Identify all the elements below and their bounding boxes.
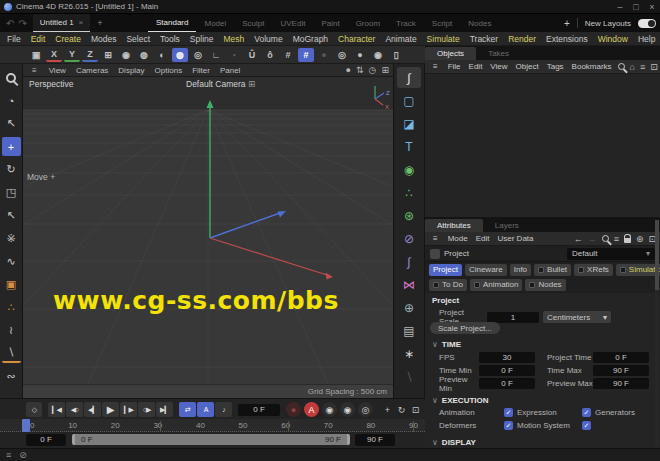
- brush-tool[interactable]: ≀: [2, 321, 21, 340]
- checkbox-checked[interactable]: ✓: [582, 421, 591, 430]
- attr-tab-project[interactable]: Project: [429, 264, 462, 276]
- sketch-tool[interactable]: ∾: [2, 367, 21, 386]
- attr-hamburger-icon[interactable]: ≡: [429, 232, 442, 246]
- forward-icon[interactable]: →: [588, 234, 597, 244]
- line-cut-tool[interactable]: ∖: [2, 344, 21, 363]
- collapse-icon[interactable]: ∨: [432, 438, 438, 447]
- attr-tab-nodes[interactable]: Nodes: [525, 279, 565, 291]
- back-icon[interactable]: ←: [574, 234, 583, 244]
- layout-paint[interactable]: Paint: [313, 14, 347, 32]
- scatter-tool[interactable]: ∴: [2, 298, 21, 317]
- layout-nodes[interactable]: Nodes: [460, 14, 499, 32]
- texture-mode-button[interactable]: ◐: [154, 48, 170, 62]
- sync-view-icon[interactable]: ⇅: [356, 65, 364, 75]
- current-frame-input[interactable]: 0 F: [238, 404, 280, 416]
- render-picture-viewer-button[interactable]: ◉: [370, 48, 386, 62]
- filter-icon[interactable]: ≡: [614, 234, 619, 244]
- workplane-button[interactable]: #: [280, 48, 296, 62]
- preview-range-slider[interactable]: 0 F 90 F: [72, 434, 350, 445]
- animation-mode-button[interactable]: ◎: [190, 48, 206, 62]
- menu-tracker[interactable]: Tracker: [465, 32, 504, 46]
- menu-edit[interactable]: Edit: [26, 32, 51, 46]
- snap-disabled-icon[interactable]: ●: [316, 48, 332, 62]
- menu-help[interactable]: Help: [633, 32, 660, 46]
- viewport-view-label[interactable]: Perspective: [29, 79, 73, 89]
- vp-menu-view[interactable]: View: [44, 66, 71, 75]
- search-icon[interactable]: [602, 235, 609, 242]
- enable-checkbox[interactable]: [538, 267, 544, 273]
- history-icon[interactable]: ⊛: [636, 234, 644, 244]
- vp-menu-display[interactable]: Display: [113, 66, 149, 75]
- plane-cut-tool[interactable]: ▣: [2, 275, 21, 294]
- snap-settings-button[interactable]: ◎: [334, 48, 350, 62]
- time-input[interactable]: 30: [479, 352, 535, 363]
- scrollbar[interactable]: [655, 220, 659, 446]
- render-time-icon[interactable]: ◷: [369, 65, 377, 75]
- vp-menu-cameras[interactable]: Cameras: [71, 66, 113, 75]
- maximize-button[interactable]: □: [628, 0, 644, 14]
- enable-checkbox[interactable]: [529, 282, 535, 288]
- prev-frame-button[interactable]: ◀▎: [84, 402, 101, 417]
- add-layout-button[interactable]: +: [564, 18, 570, 29]
- undo-icon[interactable]: ↶: [6, 18, 14, 29]
- object-list[interactable]: [425, 74, 660, 218]
- record-position-button[interactable]: +: [381, 402, 394, 417]
- layout-uvedit[interactable]: UVEdit: [273, 14, 314, 32]
- attr-tab-todo[interactable]: To Do: [429, 279, 467, 291]
- attr-tab-xrefs[interactable]: XRefs: [574, 264, 613, 276]
- disabled-pen-icon[interactable]: ∖: [397, 366, 421, 387]
- render-view-button[interactable]: ●: [352, 48, 368, 62]
- record-keyframe-button[interactable]: ◉: [322, 402, 337, 417]
- range-start-input[interactable]: 0 F: [26, 434, 66, 446]
- loop-playback-button[interactable]: ⇄: [179, 402, 196, 417]
- om-menu-view[interactable]: View: [486, 60, 511, 74]
- checkbox-checked[interactable]: ✓: [504, 421, 513, 430]
- coordinate-system-button[interactable]: ⊞: [100, 48, 116, 62]
- menu-character[interactable]: Character: [333, 32, 380, 46]
- record-scale-button[interactable]: ⊡: [409, 402, 422, 417]
- layouts-toggle[interactable]: [638, 19, 656, 28]
- attr-tab-bullet[interactable]: Bullet: [534, 264, 571, 276]
- menu-spline[interactable]: Spline: [185, 32, 219, 46]
- layout-groom[interactable]: Groom: [348, 14, 388, 32]
- popout-icon[interactable]: ⊡: [650, 62, 658, 72]
- edges-mode-button[interactable]: ô: [262, 48, 278, 62]
- perspective-viewport[interactable]: Z X Perspective Default Camera ⊞ Move + …: [23, 77, 393, 384]
- close-document-icon[interactable]: ×: [79, 18, 84, 27]
- viewport-hamburger-icon[interactable]: ≡: [27, 66, 42, 75]
- menu-create[interactable]: Create: [50, 32, 86, 46]
- vp-menu-filter[interactable]: Filter: [187, 66, 215, 75]
- attr-tab-info[interactable]: Info: [510, 264, 531, 276]
- minimize-button[interactable]: –: [612, 0, 628, 14]
- time-input[interactable]: 90 F: [593, 378, 649, 389]
- menu-animate[interactable]: Animate: [380, 32, 421, 46]
- enable-checkbox[interactable]: [433, 282, 439, 288]
- text-object-icon[interactable]: T: [397, 136, 421, 157]
- play-button[interactable]: ▶: [102, 402, 119, 417]
- keyframe-button[interactable]: ◇: [26, 402, 42, 417]
- tab-attributes[interactable]: Attributes: [425, 219, 483, 232]
- lock-icon[interactable]: [624, 238, 631, 243]
- menu-file[interactable]: File: [2, 32, 26, 46]
- generator-icon[interactable]: ⊛: [397, 205, 421, 226]
- tab-takes[interactable]: Takes: [476, 47, 521, 60]
- collapse-icon[interactable]: ∨: [432, 396, 438, 405]
- layout-standard[interactable]: Standard: [148, 14, 196, 32]
- time-input[interactable]: 0 F: [479, 365, 535, 376]
- time-input[interactable]: 0 F: [593, 352, 649, 363]
- menu-extensions[interactable]: Extensions: [541, 32, 593, 46]
- enable-axis-button[interactable]: ∟: [208, 48, 224, 62]
- lock-x-axis-button[interactable]: X: [46, 48, 62, 62]
- filter-icon[interactable]: ≡: [640, 62, 645, 72]
- menu-render[interactable]: Render: [503, 32, 541, 46]
- search-icon[interactable]: [618, 63, 625, 70]
- find-tool[interactable]: [2, 68, 21, 87]
- vp-menu-options[interactable]: Options: [150, 66, 188, 75]
- select-tool[interactable]: ↖: [2, 114, 21, 133]
- disabled-mode-icon[interactable]: ▪: [226, 48, 242, 62]
- enable-checkbox[interactable]: [578, 267, 584, 273]
- record-scene-button[interactable]: ●: [286, 402, 301, 417]
- vp-menu-panel[interactable]: Panel: [215, 66, 245, 75]
- lock-y-axis-button[interactable]: Y: [64, 48, 80, 62]
- record-rotation-button[interactable]: ↻: [395, 402, 408, 417]
